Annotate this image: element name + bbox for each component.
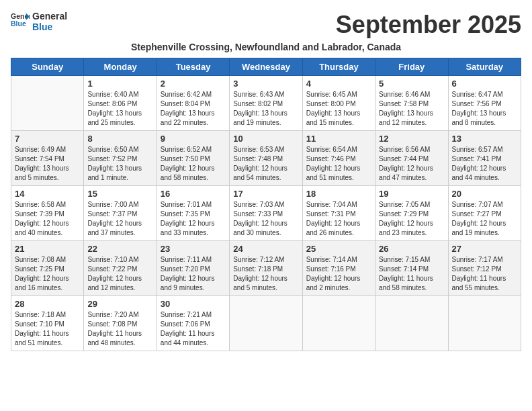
day-header-saturday: Saturday: [448, 58, 521, 76]
day-info-line: and 33 minutes.: [161, 228, 226, 238]
day-info-line: Sunrise: 7:07 AM: [452, 200, 517, 210]
logo-icon: General Blue: [11, 11, 30, 30]
day-number: 17: [233, 189, 298, 199]
calendar-cell: [375, 296, 448, 351]
day-info-line: Daylight: 12 hours: [233, 274, 298, 283]
day-info-line: Sunset: 7:48 PM: [233, 154, 298, 164]
day-info-line: Sunset: 8:00 PM: [306, 99, 371, 109]
day-info-line: Sunset: 7:06 PM: [161, 320, 226, 329]
day-info-line: and 22 minutes.: [161, 118, 226, 128]
day-info-line: Daylight: 12 hours: [161, 219, 226, 228]
day-info-line: and 26 minutes.: [306, 228, 371, 238]
day-info-line: Daylight: 12 hours: [161, 164, 226, 173]
day-info-line: and 25 minutes.: [87, 118, 152, 128]
subtitle: Stephenville Crossing, Newfoundland and …: [11, 42, 521, 52]
day-info-line: Sunrise: 7:01 AM: [161, 200, 226, 210]
day-info-line: Sunrise: 6:43 AM: [233, 90, 298, 99]
day-info-line: and 19 minutes.: [233, 118, 298, 128]
calendar-cell: 23Sunrise: 7:11 AMSunset: 7:20 PMDayligh…: [157, 241, 229, 296]
month-title: September 2025: [336, 11, 521, 39]
day-number: 27: [452, 244, 517, 254]
day-info-line: Daylight: 12 hours: [233, 219, 298, 228]
day-number: 23: [161, 244, 226, 254]
day-number: 5: [379, 79, 444, 89]
day-info-line: Sunrise: 7:00 AM: [87, 200, 152, 210]
day-info-line: and 44 minutes.: [161, 338, 226, 348]
day-info-line: Sunset: 7:18 PM: [233, 265, 298, 274]
day-number: 14: [15, 189, 80, 199]
day-info-line: Sunset: 7:08 PM: [87, 320, 152, 329]
day-info-line: and 40 minutes.: [15, 228, 80, 238]
day-number: 29: [87, 299, 152, 309]
logo-line1: General: [32, 11, 67, 21]
day-info-line: Sunrise: 6:42 AM: [161, 90, 226, 99]
calendar-cell: 10Sunrise: 6:53 AMSunset: 7:48 PMDayligh…: [230, 131, 302, 186]
day-info-line: Daylight: 11 hours: [87, 329, 152, 338]
day-info-line: and 12 minutes.: [379, 118, 444, 128]
calendar-cell: 5Sunrise: 6:46 AMSunset: 7:58 PMDaylight…: [375, 76, 448, 131]
day-info-line: and 12 minutes.: [87, 283, 152, 293]
calendar-cell: [448, 296, 521, 351]
day-info-line: Sunset: 7:16 PM: [306, 265, 371, 274]
day-info-line: Daylight: 11 hours: [15, 329, 80, 338]
day-info-line: and 19 minutes.: [452, 228, 517, 238]
day-info-line: Sunrise: 6:50 AM: [87, 145, 152, 154]
day-info-line: Sunset: 8:06 PM: [87, 99, 152, 109]
logo-line2: Blue: [32, 21, 67, 32]
day-info-line: Daylight: 11 hours: [379, 274, 444, 283]
day-info-line: Sunrise: 6:54 AM: [306, 145, 371, 154]
day-number: 13: [452, 134, 517, 144]
day-info-line: Sunrise: 6:52 AM: [161, 145, 226, 154]
day-number: 12: [379, 134, 444, 144]
day-info-line: Sunset: 7:14 PM: [379, 265, 444, 274]
day-info-line: Sunrise: 7:21 AM: [161, 310, 226, 320]
calendar-cell: 22Sunrise: 7:10 AMSunset: 7:22 PMDayligh…: [84, 241, 157, 296]
day-info-line: Sunrise: 7:20 AM: [87, 310, 152, 320]
day-info-line: Daylight: 12 hours: [15, 219, 80, 228]
day-info-line: Sunrise: 7:18 AM: [15, 310, 80, 320]
calendar-cell: 14Sunrise: 6:58 AMSunset: 7:39 PMDayligh…: [11, 186, 84, 241]
day-info-line: Sunset: 7:10 PM: [15, 320, 80, 329]
day-info-line: Sunset: 8:04 PM: [161, 99, 226, 109]
day-info-line: Sunset: 7:29 PM: [379, 210, 444, 219]
calendar: SundayMondayTuesdayWednesdayThursdayFrid…: [11, 58, 521, 351]
week-row-2: 7Sunrise: 6:49 AMSunset: 7:54 PMDaylight…: [11, 131, 521, 186]
day-info-line: Sunset: 7:27 PM: [452, 210, 517, 219]
day-info-line: Daylight: 13 hours: [306, 109, 371, 118]
day-info-line: Daylight: 12 hours: [379, 219, 444, 228]
day-info-line: Daylight: 12 hours: [87, 274, 152, 283]
day-info-line: Daylight: 12 hours: [161, 274, 226, 283]
day-info-line: and 37 minutes.: [87, 228, 152, 238]
day-info-line: and 48 minutes.: [87, 338, 152, 348]
day-info-line: Sunrise: 7:15 AM: [379, 255, 444, 265]
calendar-cell: 21Sunrise: 7:08 AMSunset: 7:25 PMDayligh…: [11, 241, 84, 296]
day-info-line: Sunrise: 6:40 AM: [87, 90, 152, 99]
day-info-line: Daylight: 12 hours: [306, 274, 371, 283]
day-info-line: and 51 minutes.: [15, 338, 80, 348]
day-info-line: Sunset: 7:22 PM: [87, 265, 152, 274]
logo: General Blue General Blue: [11, 11, 67, 32]
calendar-cell: 13Sunrise: 6:57 AMSunset: 7:41 PMDayligh…: [448, 131, 521, 186]
calendar-cell: 19Sunrise: 7:05 AMSunset: 7:29 PMDayligh…: [375, 186, 448, 241]
day-header-sunday: Sunday: [11, 58, 84, 76]
day-info-line: Sunset: 7:25 PM: [15, 265, 80, 274]
day-info-line: Daylight: 13 hours: [233, 109, 298, 118]
day-info-line: Daylight: 13 hours: [87, 164, 152, 173]
day-info-line: Sunrise: 6:45 AM: [306, 90, 371, 99]
calendar-cell: 24Sunrise: 7:12 AMSunset: 7:18 PMDayligh…: [230, 241, 302, 296]
day-number: 16: [161, 189, 226, 199]
day-number: 4: [306, 79, 371, 89]
svg-text:Blue: Blue: [11, 19, 26, 28]
calendar-cell: 11Sunrise: 6:54 AMSunset: 7:46 PMDayligh…: [302, 131, 375, 186]
day-number: 21: [15, 244, 80, 254]
day-info-line: and 58 minutes.: [161, 173, 226, 183]
calendar-cell: [11, 76, 84, 131]
day-info-line: and 47 minutes.: [379, 173, 444, 183]
day-info-line: Daylight: 12 hours: [306, 164, 371, 173]
calendar-cell: 30Sunrise: 7:21 AMSunset: 7:06 PMDayligh…: [157, 296, 229, 351]
day-info-line: and 15 minutes.: [306, 118, 371, 128]
day-number: 26: [379, 244, 444, 254]
day-number: 7: [15, 134, 80, 144]
day-info-line: Sunrise: 6:53 AM: [233, 145, 298, 154]
calendar-cell: 6Sunrise: 6:47 AMSunset: 7:56 PMDaylight…: [448, 76, 521, 131]
